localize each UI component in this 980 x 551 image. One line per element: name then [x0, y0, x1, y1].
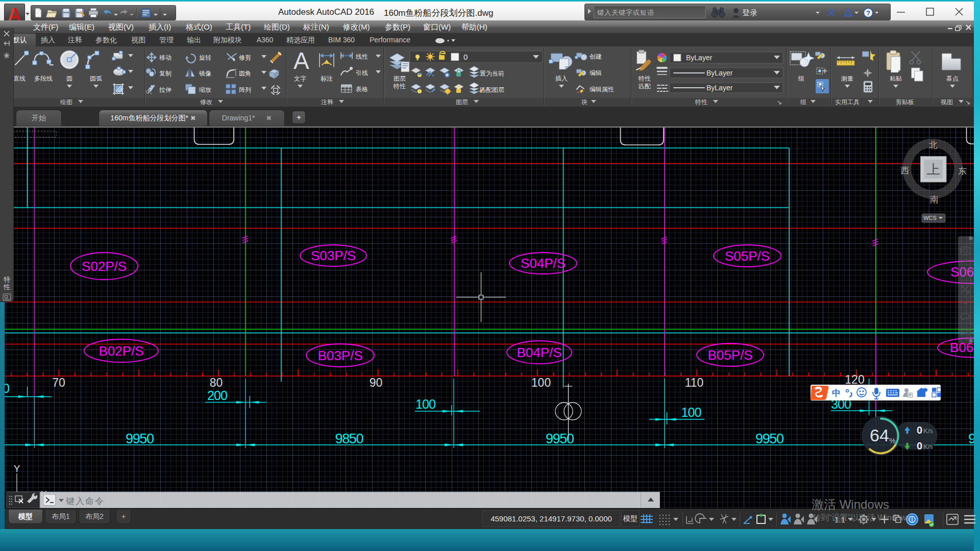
svg-text:移动: 移动 — [159, 54, 172, 61]
svg-text:特: 特 — [4, 276, 10, 283]
svg-text:K/s: K/s — [923, 443, 933, 450]
svg-text:X: X — [827, 7, 835, 18]
svg-text:组: 组 — [798, 75, 804, 82]
svg-text:编辑属性: 编辑属性 — [590, 86, 614, 93]
svg-text:阵列: 阵列 — [239, 86, 251, 93]
svg-text:注释: 注释 — [321, 98, 333, 106]
svg-text:0: 0 — [463, 53, 468, 61]
svg-text:块: 块 — [581, 98, 587, 106]
svg-text:%: % — [889, 437, 895, 445]
svg-text:编辑: 编辑 — [590, 69, 602, 77]
svg-text:特性: 特性 — [695, 98, 707, 106]
svg-text:圆: 圆 — [66, 75, 72, 82]
svg-text:圆角: 圆角 — [239, 70, 251, 77]
svg-text:表格: 表格 — [356, 86, 368, 93]
svg-text:粘贴: 粘贴 — [890, 75, 902, 82]
svg-text:64: 64 — [870, 425, 889, 445]
svg-text:置为当前: 置为当前 — [480, 70, 504, 77]
svg-text:修改: 修改 — [200, 98, 212, 106]
svg-text:中: 中 — [832, 388, 841, 398]
svg-text:基点: 基点 — [946, 75, 959, 82]
svg-text:剪贴板: 剪贴板 — [896, 98, 914, 106]
svg-text:复制: 复制 — [159, 70, 172, 77]
svg-text:图层: 图层 — [394, 75, 406, 82]
svg-text:测量: 测量 — [841, 75, 853, 82]
svg-text:0: 0 — [917, 424, 922, 436]
svg-text:ByLayer: ByLayer — [706, 84, 733, 92]
svg-text:0: 0 — [917, 440, 922, 452]
svg-text:旋转: 旋转 — [199, 54, 211, 61]
svg-text:K/s: K/s — [923, 427, 933, 435]
svg-text:文字: 文字 — [294, 75, 306, 82]
svg-text:引线: 引线 — [356, 69, 368, 77]
svg-text:实用工具: 实用工具 — [835, 98, 860, 106]
svg-text:组: 组 — [800, 98, 806, 106]
svg-text:拉伸: 拉伸 — [159, 86, 172, 93]
svg-text:ByLayer: ByLayer — [686, 54, 713, 62]
svg-text:图层: 图层 — [456, 98, 468, 106]
svg-text:多段线: 多段线 — [34, 75, 53, 82]
svg-text:A: A — [293, 47, 309, 74]
svg-text:ByLayer: ByLayer — [706, 69, 733, 77]
svg-text:标注: 标注 — [321, 75, 333, 82]
svg-text:特性: 特性 — [638, 75, 651, 82]
svg-text:镜像: 镜像 — [199, 70, 211, 77]
svg-text:视图: 视图 — [940, 98, 953, 106]
svg-text:?: ? — [866, 9, 870, 17]
svg-text:登录: 登录 — [742, 8, 757, 17]
svg-text:修剪: 修剪 — [239, 54, 251, 61]
svg-text:性: 性 — [3, 283, 10, 291]
svg-text:特性: 特性 — [393, 83, 406, 90]
svg-text:直线: 直线 — [13, 75, 26, 82]
svg-text:插入: 插入 — [555, 75, 568, 82]
svg-text:绘图: 绘图 — [60, 98, 72, 106]
svg-text:缩放: 缩放 — [199, 86, 211, 93]
svg-text:匹配图层: 匹配图层 — [480, 86, 504, 93]
svg-text:匹配: 匹配 — [639, 83, 651, 90]
svg-text:圆弧: 圆弧 — [90, 75, 103, 82]
svg-text:创建: 创建 — [589, 53, 602, 60]
svg-text:线性: 线性 — [356, 53, 368, 60]
